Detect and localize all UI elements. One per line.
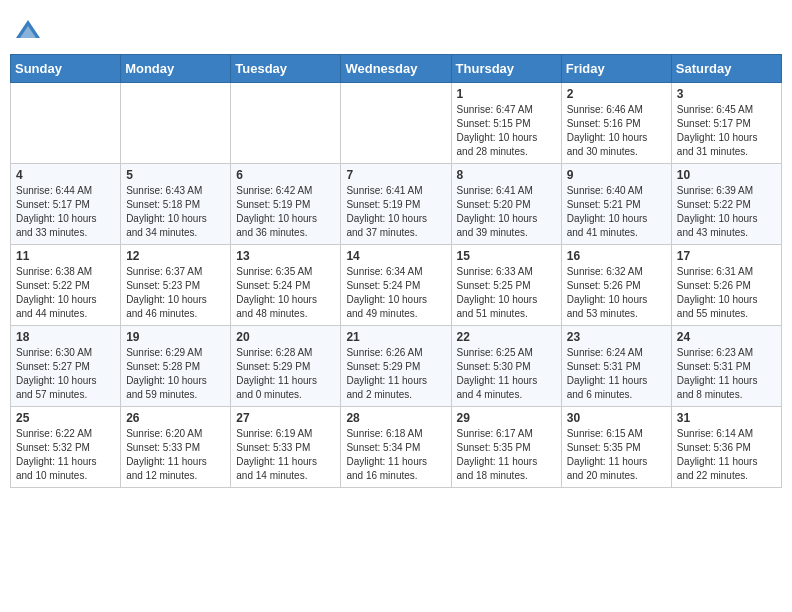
calendar-cell: 16Sunrise: 6:32 AM Sunset: 5:26 PM Dayli… — [561, 245, 671, 326]
day-info: Sunrise: 6:22 AM Sunset: 5:32 PM Dayligh… — [16, 427, 115, 483]
weekday-header-friday: Friday — [561, 55, 671, 83]
weekday-header-tuesday: Tuesday — [231, 55, 341, 83]
day-number: 23 — [567, 330, 666, 344]
day-number: 12 — [126, 249, 225, 263]
calendar-cell: 6Sunrise: 6:42 AM Sunset: 5:19 PM Daylig… — [231, 164, 341, 245]
weekday-header-saturday: Saturday — [671, 55, 781, 83]
day-number: 5 — [126, 168, 225, 182]
calendar-cell: 4Sunrise: 6:44 AM Sunset: 5:17 PM Daylig… — [11, 164, 121, 245]
calendar-cell: 20Sunrise: 6:28 AM Sunset: 5:29 PM Dayli… — [231, 326, 341, 407]
calendar-cell: 14Sunrise: 6:34 AM Sunset: 5:24 PM Dayli… — [341, 245, 451, 326]
day-number: 26 — [126, 411, 225, 425]
day-number: 2 — [567, 87, 666, 101]
day-number: 10 — [677, 168, 776, 182]
calendar-cell: 18Sunrise: 6:30 AM Sunset: 5:27 PM Dayli… — [11, 326, 121, 407]
day-info: Sunrise: 6:29 AM Sunset: 5:28 PM Dayligh… — [126, 346, 225, 402]
weekday-header-thursday: Thursday — [451, 55, 561, 83]
day-info: Sunrise: 6:24 AM Sunset: 5:31 PM Dayligh… — [567, 346, 666, 402]
day-info: Sunrise: 6:34 AM Sunset: 5:24 PM Dayligh… — [346, 265, 445, 321]
day-number: 18 — [16, 330, 115, 344]
page-header — [10, 10, 782, 50]
day-number: 25 — [16, 411, 115, 425]
calendar-cell: 10Sunrise: 6:39 AM Sunset: 5:22 PM Dayli… — [671, 164, 781, 245]
day-number: 6 — [236, 168, 335, 182]
day-number: 29 — [457, 411, 556, 425]
day-number: 1 — [457, 87, 556, 101]
calendar-header-row: SundayMondayTuesdayWednesdayThursdayFrid… — [11, 55, 782, 83]
calendar-cell: 30Sunrise: 6:15 AM Sunset: 5:35 PM Dayli… — [561, 407, 671, 488]
day-info: Sunrise: 6:43 AM Sunset: 5:18 PM Dayligh… — [126, 184, 225, 240]
day-number: 31 — [677, 411, 776, 425]
day-number: 7 — [346, 168, 445, 182]
calendar-cell: 28Sunrise: 6:18 AM Sunset: 5:34 PM Dayli… — [341, 407, 451, 488]
day-number: 11 — [16, 249, 115, 263]
calendar-cell — [121, 83, 231, 164]
day-info: Sunrise: 6:38 AM Sunset: 5:22 PM Dayligh… — [16, 265, 115, 321]
calendar-cell: 3Sunrise: 6:45 AM Sunset: 5:17 PM Daylig… — [671, 83, 781, 164]
calendar-cell: 8Sunrise: 6:41 AM Sunset: 5:20 PM Daylig… — [451, 164, 561, 245]
calendar-cell: 19Sunrise: 6:29 AM Sunset: 5:28 PM Dayli… — [121, 326, 231, 407]
day-number: 4 — [16, 168, 115, 182]
weekday-header-wednesday: Wednesday — [341, 55, 451, 83]
calendar-week-row: 18Sunrise: 6:30 AM Sunset: 5:27 PM Dayli… — [11, 326, 782, 407]
day-info: Sunrise: 6:32 AM Sunset: 5:26 PM Dayligh… — [567, 265, 666, 321]
logo — [14, 16, 46, 44]
day-number: 30 — [567, 411, 666, 425]
day-info: Sunrise: 6:20 AM Sunset: 5:33 PM Dayligh… — [126, 427, 225, 483]
calendar-week-row: 4Sunrise: 6:44 AM Sunset: 5:17 PM Daylig… — [11, 164, 782, 245]
calendar-cell: 22Sunrise: 6:25 AM Sunset: 5:30 PM Dayli… — [451, 326, 561, 407]
calendar-cell: 26Sunrise: 6:20 AM Sunset: 5:33 PM Dayli… — [121, 407, 231, 488]
calendar-week-row: 1Sunrise: 6:47 AM Sunset: 5:15 PM Daylig… — [11, 83, 782, 164]
day-number: 15 — [457, 249, 556, 263]
day-info: Sunrise: 6:41 AM Sunset: 5:19 PM Dayligh… — [346, 184, 445, 240]
day-number: 21 — [346, 330, 445, 344]
day-info: Sunrise: 6:26 AM Sunset: 5:29 PM Dayligh… — [346, 346, 445, 402]
calendar-cell: 13Sunrise: 6:35 AM Sunset: 5:24 PM Dayli… — [231, 245, 341, 326]
calendar-cell: 27Sunrise: 6:19 AM Sunset: 5:33 PM Dayli… — [231, 407, 341, 488]
day-info: Sunrise: 6:41 AM Sunset: 5:20 PM Dayligh… — [457, 184, 556, 240]
day-number: 9 — [567, 168, 666, 182]
day-info: Sunrise: 6:18 AM Sunset: 5:34 PM Dayligh… — [346, 427, 445, 483]
calendar-cell: 29Sunrise: 6:17 AM Sunset: 5:35 PM Dayli… — [451, 407, 561, 488]
calendar-cell — [231, 83, 341, 164]
calendar-cell: 9Sunrise: 6:40 AM Sunset: 5:21 PM Daylig… — [561, 164, 671, 245]
day-info: Sunrise: 6:40 AM Sunset: 5:21 PM Dayligh… — [567, 184, 666, 240]
day-info: Sunrise: 6:15 AM Sunset: 5:35 PM Dayligh… — [567, 427, 666, 483]
calendar-cell: 24Sunrise: 6:23 AM Sunset: 5:31 PM Dayli… — [671, 326, 781, 407]
calendar-cell: 12Sunrise: 6:37 AM Sunset: 5:23 PM Dayli… — [121, 245, 231, 326]
day-info: Sunrise: 6:28 AM Sunset: 5:29 PM Dayligh… — [236, 346, 335, 402]
day-info: Sunrise: 6:37 AM Sunset: 5:23 PM Dayligh… — [126, 265, 225, 321]
day-info: Sunrise: 6:25 AM Sunset: 5:30 PM Dayligh… — [457, 346, 556, 402]
calendar-cell: 1Sunrise: 6:47 AM Sunset: 5:15 PM Daylig… — [451, 83, 561, 164]
calendar-cell: 21Sunrise: 6:26 AM Sunset: 5:29 PM Dayli… — [341, 326, 451, 407]
day-info: Sunrise: 6:44 AM Sunset: 5:17 PM Dayligh… — [16, 184, 115, 240]
calendar-cell: 31Sunrise: 6:14 AM Sunset: 5:36 PM Dayli… — [671, 407, 781, 488]
calendar-week-row: 11Sunrise: 6:38 AM Sunset: 5:22 PM Dayli… — [11, 245, 782, 326]
calendar-table: SundayMondayTuesdayWednesdayThursdayFrid… — [10, 54, 782, 488]
calendar-cell — [11, 83, 121, 164]
day-info: Sunrise: 6:39 AM Sunset: 5:22 PM Dayligh… — [677, 184, 776, 240]
calendar-cell: 2Sunrise: 6:46 AM Sunset: 5:16 PM Daylig… — [561, 83, 671, 164]
day-number: 20 — [236, 330, 335, 344]
calendar-cell: 17Sunrise: 6:31 AM Sunset: 5:26 PM Dayli… — [671, 245, 781, 326]
day-info: Sunrise: 6:14 AM Sunset: 5:36 PM Dayligh… — [677, 427, 776, 483]
calendar-cell: 5Sunrise: 6:43 AM Sunset: 5:18 PM Daylig… — [121, 164, 231, 245]
calendar-cell: 15Sunrise: 6:33 AM Sunset: 5:25 PM Dayli… — [451, 245, 561, 326]
calendar-cell: 25Sunrise: 6:22 AM Sunset: 5:32 PM Dayli… — [11, 407, 121, 488]
weekday-header-sunday: Sunday — [11, 55, 121, 83]
day-number: 17 — [677, 249, 776, 263]
weekday-header-monday: Monday — [121, 55, 231, 83]
day-info: Sunrise: 6:17 AM Sunset: 5:35 PM Dayligh… — [457, 427, 556, 483]
day-info: Sunrise: 6:31 AM Sunset: 5:26 PM Dayligh… — [677, 265, 776, 321]
day-info: Sunrise: 6:46 AM Sunset: 5:16 PM Dayligh… — [567, 103, 666, 159]
calendar-cell — [341, 83, 451, 164]
day-number: 16 — [567, 249, 666, 263]
logo-icon — [14, 16, 42, 44]
day-number: 24 — [677, 330, 776, 344]
day-info: Sunrise: 6:33 AM Sunset: 5:25 PM Dayligh… — [457, 265, 556, 321]
day-number: 28 — [346, 411, 445, 425]
day-info: Sunrise: 6:45 AM Sunset: 5:17 PM Dayligh… — [677, 103, 776, 159]
calendar-cell: 23Sunrise: 6:24 AM Sunset: 5:31 PM Dayli… — [561, 326, 671, 407]
day-number: 14 — [346, 249, 445, 263]
day-number: 19 — [126, 330, 225, 344]
